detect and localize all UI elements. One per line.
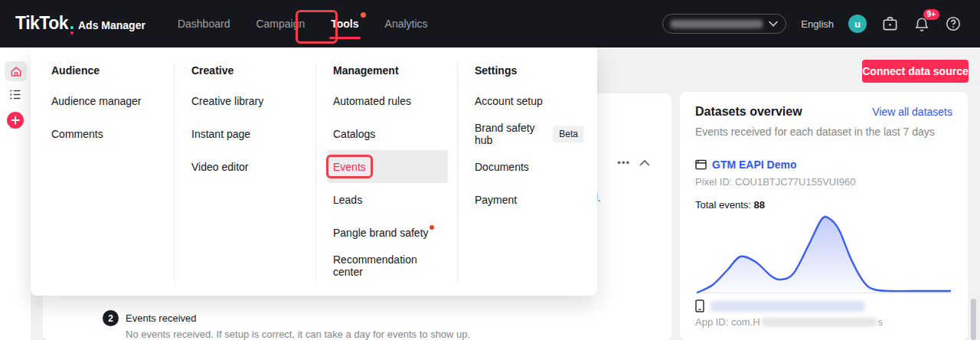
menu-item-label: Events	[333, 161, 366, 173]
top-navbar: TikTok Ads Manager DashboardCampaignTool…	[0, 0, 980, 47]
menu-group-title: Creative	[185, 64, 306, 77]
app-screen: TikTok Ads Manager DashboardCampaignTool…	[0, 0, 980, 340]
menu-item-label: Catalogs	[333, 128, 375, 140]
menu-item-documents[interactable]: Documents	[469, 150, 590, 183]
step-number-badge: 2	[103, 310, 119, 326]
sidebar-create-button[interactable]	[7, 112, 24, 129]
mobile-app-icon	[695, 299, 704, 312]
logo-colon-icon	[70, 26, 74, 34]
menu-item-video-editor[interactable]: Video editor	[185, 150, 306, 183]
more-actions-icon[interactable]: •••	[617, 158, 630, 168]
datasets-subtitle: Events received for each dataset in the …	[695, 126, 952, 138]
menu-item-label: Creative library	[191, 95, 263, 107]
menu-item-label: Brand safety hub	[475, 122, 545, 146]
notification-count-badge: 9+	[923, 9, 939, 20]
list-icon	[8, 88, 22, 101]
step-description: No events received. If setup is correct,…	[126, 329, 470, 340]
menu-item-recommendation-center[interactable]: Recommendation center	[327, 249, 448, 282]
active-tab-underline	[329, 37, 360, 39]
menu-item-label: Comments	[51, 128, 103, 140]
menu-item-creative-library[interactable]: Creative library	[185, 84, 306, 117]
account-selector[interactable]	[662, 14, 786, 34]
chevron-down-icon	[769, 21, 778, 27]
menu-group-title: Settings	[469, 64, 590, 77]
menu-item-label: Pangle brand safety	[333, 227, 429, 239]
redacted-app-id	[762, 318, 877, 326]
app-id-line: App ID: com.H s	[695, 316, 952, 328]
menu-item-payment[interactable]: Payment	[469, 183, 590, 216]
menu-item-label: Audience manager	[51, 95, 142, 107]
menu-item-label: Documents	[475, 161, 529, 173]
menu-item-label: Leads	[333, 194, 362, 206]
menu-group-management: ManagementAutomated rulesCatalogsEventsL…	[316, 64, 458, 283]
menu-item-events[interactable]: Events	[327, 150, 448, 183]
nav-item-label: Tools	[331, 18, 358, 30]
menu-group-settings: SettingsAccount setupBrand safety hubBet…	[458, 64, 599, 283]
nav-item-tools[interactable]: Tools	[329, 2, 360, 46]
product-name: Ads Manager	[78, 19, 145, 31]
vertical-scrollbar-thumb[interactable]	[971, 299, 976, 340]
menu-item-comments[interactable]: Comments	[45, 117, 165, 150]
sidebar-list-button[interactable]	[8, 88, 22, 104]
tools-dropdown-menu: AudienceAudience managerCommentsCreative…	[31, 47, 597, 296]
tiktok-logo[interactable]: TikTok Ads Manager	[15, 13, 145, 34]
nav-item-label: Campaign	[256, 18, 305, 30]
redacted-account-name	[671, 20, 763, 28]
menu-item-pangle-brand-safety[interactable]: Pangle brand safety	[327, 216, 448, 249]
menu-group-title: Audience	[45, 64, 165, 77]
new-feature-dot-icon	[361, 12, 366, 18]
menu-item-label: Payment	[475, 194, 517, 206]
pixel-id: Pixel ID: COU1BTJC77U155VUI960	[695, 176, 952, 188]
connect-data-source-button[interactable]: Connect data source	[862, 60, 969, 83]
dataset-name-link[interactable]: GTM EAPI Demo	[712, 159, 796, 171]
menu-item-label: Account setup	[475, 95, 543, 107]
menu-item-brand-safety-hub[interactable]: Brand safety hubBeta	[469, 117, 590, 150]
menu-group-creative: CreativeCreative libraryInstant pageVide…	[175, 64, 316, 283]
sidebar-home-button[interactable]	[5, 61, 27, 81]
language-selector[interactable]: English	[801, 18, 834, 30]
redacted-app-name	[710, 301, 864, 312]
user-avatar[interactable]: u	[848, 15, 867, 33]
step-title: Events received	[126, 310, 470, 324]
nav-item-label: Dashboard	[178, 18, 230, 30]
datasets-overview-card: Datasets overview View all datasets Even…	[680, 92, 968, 340]
collapse-chevron-up-icon[interactable]	[639, 159, 650, 166]
menu-item-label: Automated rules	[333, 95, 411, 107]
setup-step-2: 2 Events received No events received. If…	[103, 310, 470, 340]
datasets-overview-title: Datasets overview	[695, 105, 802, 119]
logo-wordmark: TikTok	[15, 13, 68, 34]
menu-item-label: Video editor	[191, 161, 248, 173]
main-nav: DashboardCampaignToolsAnalytics	[176, 2, 430, 46]
notifications-bell-icon[interactable]: 9+	[913, 15, 930, 33]
beta-badge: Beta	[553, 126, 584, 142]
left-sidebar	[0, 47, 31, 340]
events-area-chart	[695, 214, 952, 296]
total-events-value: 88	[754, 199, 765, 211]
menu-group-audience: AudienceAudience managerComments	[31, 64, 175, 283]
menu-item-label: Recommendation center	[333, 253, 442, 278]
menu-item-label: Instant page	[191, 128, 250, 140]
menu-item-automated-rules[interactable]: Automated rules	[327, 84, 448, 117]
menu-item-account-setup[interactable]: Account setup	[469, 84, 590, 117]
navbar-right: English u 9+	[662, 14, 980, 34]
card-actions: •••	[617, 158, 650, 168]
nav-item-analytics[interactable]: Analytics	[384, 2, 430, 46]
menu-item-leads[interactable]: Leads	[327, 183, 448, 216]
view-all-datasets-link[interactable]: View all datasets	[872, 106, 952, 118]
menu-group-title: Management	[327, 64, 448, 77]
workbench-icon[interactable]	[881, 15, 899, 33]
new-feature-dot-icon	[430, 225, 434, 230]
nav-item-label: Analytics	[385, 18, 428, 30]
help-icon[interactable]	[945, 15, 962, 32]
total-events: Total events: 88	[695, 199, 952, 211]
home-icon	[10, 66, 22, 77]
plus-icon	[11, 116, 20, 125]
nav-item-dashboard[interactable]: Dashboard	[176, 2, 232, 46]
menu-item-audience-manager[interactable]: Audience manager	[45, 84, 165, 117]
dataset-window-icon	[695, 159, 707, 170]
menu-item-catalogs[interactable]: Catalogs	[327, 117, 448, 150]
nav-item-campaign[interactable]: Campaign	[254, 2, 306, 46]
menu-item-instant-page[interactable]: Instant page	[185, 117, 306, 150]
